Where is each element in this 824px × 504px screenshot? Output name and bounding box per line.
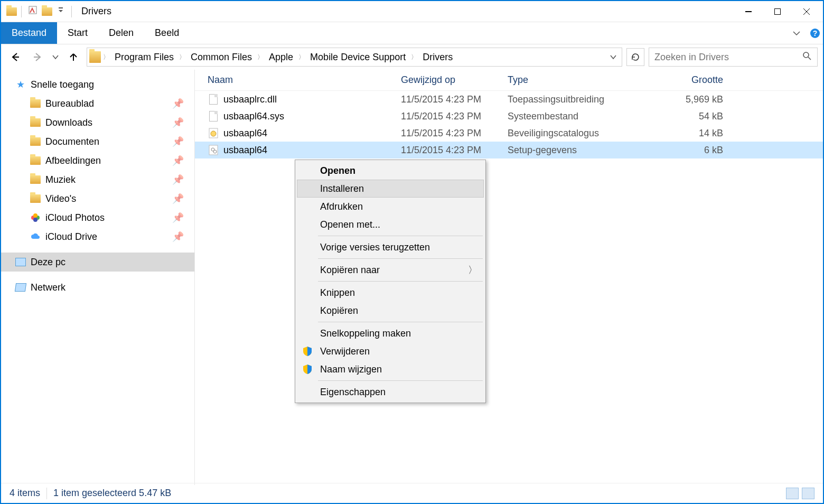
menu-item-restore-versions[interactable]: Vorige versies terugzetten <box>297 238 484 256</box>
shield-icon <box>302 346 313 357</box>
sidebar-item-music[interactable]: Muziek📌 <box>1 170 194 189</box>
file-date: 11/5/2015 4:23 PM <box>401 145 508 156</box>
ribbon-expand-icon[interactable] <box>786 22 807 44</box>
address-dropdown-icon[interactable] <box>607 52 620 63</box>
folder-icon <box>30 193 41 204</box>
pin-icon: 📌 <box>172 155 184 166</box>
icloud-photos-icon <box>30 212 41 223</box>
svg-point-10 <box>803 52 809 58</box>
sidebar-item-this-pc[interactable]: Deze pc <box>1 253 194 272</box>
chevron-right-icon[interactable]: 〉 <box>256 53 265 62</box>
svg-text:?: ? <box>813 29 818 38</box>
quick-access-toolbar <box>3 5 74 17</box>
sidebar-item-desktop[interactable]: Bureaublad📌 <box>1 94 194 113</box>
folder-icon <box>30 155 41 166</box>
column-header-modified[interactable]: Gewijzigd op <box>401 74 508 86</box>
sidebar-item-downloads[interactable]: Downloads📌 <box>1 113 194 132</box>
menu-item-rename[interactable]: Naam wijzigen <box>297 360 484 378</box>
view-thumbnails-button[interactable] <box>802 488 814 499</box>
star-icon: ★ <box>15 79 26 90</box>
close-button[interactable] <box>792 2 821 21</box>
file-size: 14 kB <box>661 128 723 139</box>
properties-icon[interactable] <box>26 5 40 17</box>
file-row[interactable]: usbaaplrc.dll 11/5/2015 4:23 PM Toepassi… <box>195 91 823 108</box>
chevron-right-icon: 〉 <box>468 264 477 276</box>
file-row[interactable]: usbaapl64.sys 11/5/2015 4:23 PM Systeemb… <box>195 108 823 125</box>
file-row[interactable]: usbaapl64 11/5/2015 4:23 PM Setup-gegeve… <box>195 142 823 158</box>
forward-button[interactable] <box>29 48 46 66</box>
shield-icon <box>302 364 313 375</box>
menu-item-create-shortcut[interactable]: Snelkoppeling maken <box>297 324 484 342</box>
menu-separator <box>318 380 483 381</box>
breadcrumb-segment[interactable]: Apple <box>265 52 297 63</box>
file-icon <box>208 110 219 122</box>
sidebar-item-icloud-photos[interactable]: iCloud Photos📌 <box>1 208 194 227</box>
maximize-button[interactable] <box>763 2 792 21</box>
refresh-button[interactable] <box>626 48 644 66</box>
chevron-right-icon[interactable]: 〉 <box>410 53 418 62</box>
column-headers: Naam Gewijzigd op Type Grootte <box>195 70 823 91</box>
file-type: Toepassingsuitbreiding <box>508 94 661 105</box>
qat-dropdown-icon[interactable] <box>54 6 67 17</box>
sidebar-item-icloud-drive[interactable]: iCloud Drive📌 <box>1 227 194 246</box>
sidebar-item-quick-access[interactable]: ★ Snelle toegang <box>1 75 194 94</box>
search-icon[interactable] <box>802 51 812 63</box>
column-header-type[interactable]: Type <box>508 74 661 86</box>
menu-item-label: Kopiëren naar <box>320 265 380 276</box>
search-input[interactable] <box>654 52 802 63</box>
file-name: usbaapl64 <box>219 128 401 139</box>
tab-beeld[interactable]: Beeld <box>144 22 190 44</box>
menu-item-open[interactable]: Openen <box>297 162 484 180</box>
folder-icon <box>30 117 41 128</box>
back-button[interactable] <box>6 48 24 66</box>
column-header-name[interactable]: Naam <box>208 74 401 86</box>
menu-item-delete[interactable]: Verwijderen <box>297 342 484 360</box>
history-dropdown-icon[interactable] <box>51 48 60 66</box>
pin-icon: 📌 <box>172 98 184 109</box>
menu-item-install[interactable]: Installeren <box>297 180 484 198</box>
up-button[interactable] <box>64 48 82 66</box>
sidebar-item-videos[interactable]: Video's📌 <box>1 189 194 208</box>
sidebar-item-documents[interactable]: Documenten📌 <box>1 132 194 151</box>
svg-rect-18 <box>209 145 218 155</box>
pin-icon: 📌 <box>172 231 184 242</box>
pin-icon: 📌 <box>172 212 184 223</box>
tab-start[interactable]: Start <box>57 22 98 44</box>
folder-icon[interactable] <box>42 7 52 16</box>
column-header-size[interactable]: Grootte <box>661 74 723 86</box>
sidebar-item-pictures[interactable]: Afbeeldingen📌 <box>1 151 194 170</box>
sidebar-item-label: Muziek <box>45 174 76 185</box>
menu-item-cut[interactable]: Knippen <box>297 284 484 302</box>
chevron-right-icon[interactable]: 〉 <box>178 53 186 62</box>
chevron-right-icon[interactable]: 〉 <box>297 53 306 62</box>
menu-item-open-with[interactable]: Openen met... <box>297 216 484 234</box>
menu-item-print[interactable]: Afdrukken <box>297 198 484 216</box>
folder-icon <box>30 136 41 147</box>
cloud-icon <box>30 231 41 242</box>
pin-icon: 📌 <box>172 136 184 147</box>
tab-bestand[interactable]: Bestand <box>1 22 57 44</box>
sidebar-item-label: Bureaublad <box>45 98 94 109</box>
file-type: Beveiligingscatalogus <box>508 128 661 139</box>
breadcrumb-segment[interactable]: Program Files <box>110 52 178 63</box>
sidebar-item-label: Video's <box>45 193 76 204</box>
minimize-button[interactable] <box>734 2 763 21</box>
status-item-count: 4 items <box>10 488 40 499</box>
file-row[interactable]: usbaapl64 11/5/2015 4:23 PM Beveiligings… <box>195 125 823 142</box>
search-box[interactable] <box>649 48 818 67</box>
tab-delen[interactable]: Delen <box>98 22 144 44</box>
menu-item-copy-to[interactable]: Kopiëren naar〉 <box>297 261 484 279</box>
help-icon[interactable]: ? <box>807 22 823 44</box>
sidebar-item-network[interactable]: Netwerk <box>1 278 194 297</box>
breadcrumb-segment[interactable]: Drivers <box>418 52 457 63</box>
menu-item-properties[interactable]: Eigenschappen <box>297 383 484 401</box>
file-icon <box>208 127 219 139</box>
view-details-button[interactable] <box>786 488 799 499</box>
breadcrumb-segment[interactable]: Common Files <box>186 52 256 63</box>
file-list: Naam Gewijzigd op Type Grootte usbaaplrc… <box>195 70 823 485</box>
folder-icon <box>6 7 17 16</box>
chevron-right-icon[interactable]: 〉 <box>102 53 110 62</box>
address-bar[interactable]: 〉 Program Files 〉 Common Files 〉 Apple 〉… <box>87 48 622 67</box>
breadcrumb-segment[interactable]: Mobile Device Support <box>306 52 410 63</box>
menu-item-copy[interactable]: Kopiëren <box>297 302 484 320</box>
